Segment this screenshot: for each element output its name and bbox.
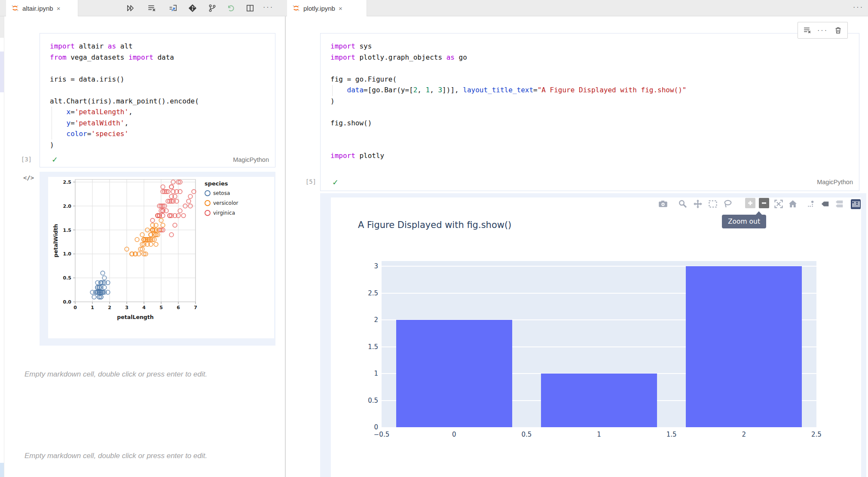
cell-status-check: ✓ [332,178,339,187]
toggle-spikelines-icon[interactable] [806,199,816,209]
hover-compare-icon[interactable] [835,199,844,209]
x-tick-label: −0.5 [364,431,399,438]
notebook-kernel-icon [292,4,300,12]
hover-closest-icon[interactable] [821,199,830,209]
output-area-altair: 012345670.00.51.01.52.02.5petalLengthpet… [40,172,275,346]
y-tick-label: 1 [360,370,378,377]
svg-text:3: 3 [125,305,128,310]
svg-text:6: 6 [177,305,180,310]
code-output-icon[interactable]: </> [23,174,34,181]
export-console-icon[interactable] [169,4,177,12]
clear-outputs-icon[interactable] [803,26,811,34]
svg-text:1: 1 [91,305,94,310]
y-tick-label: 0 [360,423,378,431]
scroll-indicator [0,52,4,92]
clear-outputs-icon[interactable] [147,4,156,12]
x-tick-label: 0.5 [509,431,544,438]
empty-markdown-cell[interactable]: Empty markdown cell, double click or pre… [24,370,207,379]
autoscale-icon[interactable] [774,199,783,209]
y-tick-label: 2.5 [360,289,378,297]
split-view-icon[interactable] [246,4,254,12]
y-tick-label: 2 [360,316,378,324]
zoom-out-tooltip: Zoom out [722,215,766,228]
svg-text:2.0: 2.0 [63,204,72,209]
altair-chart-card: 012345670.00.51.01.52.02.5petalLengthpet… [48,177,274,338]
pan-icon[interactable] [693,199,703,209]
camera-icon[interactable] [658,199,668,209]
svg-text:setosa: setosa [213,190,230,196]
undo-icon[interactable] [226,4,235,12]
zoom-icon[interactable] [678,199,688,209]
x-tick-label: 1 [582,431,616,438]
svg-text:4: 4 [142,305,146,310]
x-tick-label: 2 [727,431,761,438]
svg-text:1.5: 1.5 [63,228,72,233]
jupyterlab-window: altair.ipynb × [0,0,868,477]
bar[interactable] [541,374,657,427]
git-diamond-icon[interactable] [188,4,197,12]
svg-text:petalLength: petalLength [117,314,153,320]
x-tick-label: 1.5 [654,431,689,438]
cell-language-label: MagicPython [756,179,853,185]
bar[interactable] [686,266,802,427]
y-tick-label: 1.5 [360,343,378,351]
svg-text:0.5: 0.5 [63,275,72,281]
close-icon[interactable]: × [57,5,61,12]
plotly-logo[interactable] [851,199,861,209]
code-cell-plotly[interactable]: import sysimport plotly.graph_objects as… [320,33,859,191]
bar[interactable] [396,320,512,427]
more-actions-icon[interactable]: ··· [263,3,274,11]
execution-count: [5] [301,178,316,185]
indent-guide [52,106,52,140]
cell-language-label: MagicPython [172,156,269,163]
more-icon[interactable]: ··· [817,27,828,34]
tab-bar: altair.ipynb × [0,0,868,16]
plotly-figure[interactable]: Zoom out A Figure Displayed with fig.sho… [331,197,861,477]
execution-count: [3] [16,156,32,163]
code-editor[interactable]: import sysimport plotly.graph_objects as… [330,41,686,161]
scroll-indicator [0,463,4,477]
cell-toolbar: ··· [798,22,848,39]
code-cell-altair[interactable]: import altair as altfrom vega_datasets i… [40,33,275,167]
svg-text:5: 5 [159,305,163,310]
altair-scatter-chart[interactable]: 012345670.00.51.01.52.02.5petalLengthpet… [48,177,274,338]
y-tick-label: 0.5 [360,397,378,404]
tab-plotly-notebook[interactable]: plotly.ipynb × [287,0,367,16]
tab-overflow-icon[interactable]: ··· [853,3,864,11]
x-tick-label: 2.5 [799,431,834,438]
svg-text:species: species [205,180,228,187]
run-all-icon[interactable] [126,4,135,12]
plotly-chart-title: A Figure Displayed with fig.show() [358,220,511,230]
svg-text:versicolor: versicolor [213,200,238,206]
y-tick-label: 3 [360,262,378,270]
svg-text:1.0: 1.0 [63,251,72,257]
svg-text:7: 7 [194,305,197,310]
git-branch-icon[interactable] [208,4,217,12]
tab-label: plotly.ipynb [303,5,335,12]
panel-divider[interactable] [285,16,286,477]
cell-status-check: ✓ [52,155,58,164]
svg-text:2.5: 2.5 [63,179,72,185]
notebook-kernel-icon [11,4,19,12]
code-editor[interactable]: import altair as altfrom vega_datasets i… [50,41,199,150]
reset-axes-home-icon[interactable] [788,199,798,209]
svg-text:2: 2 [108,305,111,310]
empty-markdown-cell[interactable]: Empty markdown cell, double click or pre… [24,452,207,460]
zoom-in-button[interactable] [745,198,755,208]
zoom-out-button[interactable] [759,198,769,208]
box-select-icon[interactable] [708,199,718,209]
svg-text:0: 0 [73,305,77,310]
svg-text:petalWidth: petalWidth [52,224,59,257]
indent-guide [332,85,333,96]
svg-text:0.0: 0.0 [63,299,72,305]
tab-label: altair.ipynb [22,5,53,12]
tab-altair-notebook[interactable]: altair.ipynb × [6,0,78,16]
trash-icon[interactable] [834,26,842,34]
svg-text:virginica: virginica [213,210,235,216]
lasso-select-icon[interactable] [723,199,733,209]
left-edge-strip [0,16,4,477]
close-icon[interactable]: × [339,5,342,12]
x-tick-label: 0 [437,431,471,438]
